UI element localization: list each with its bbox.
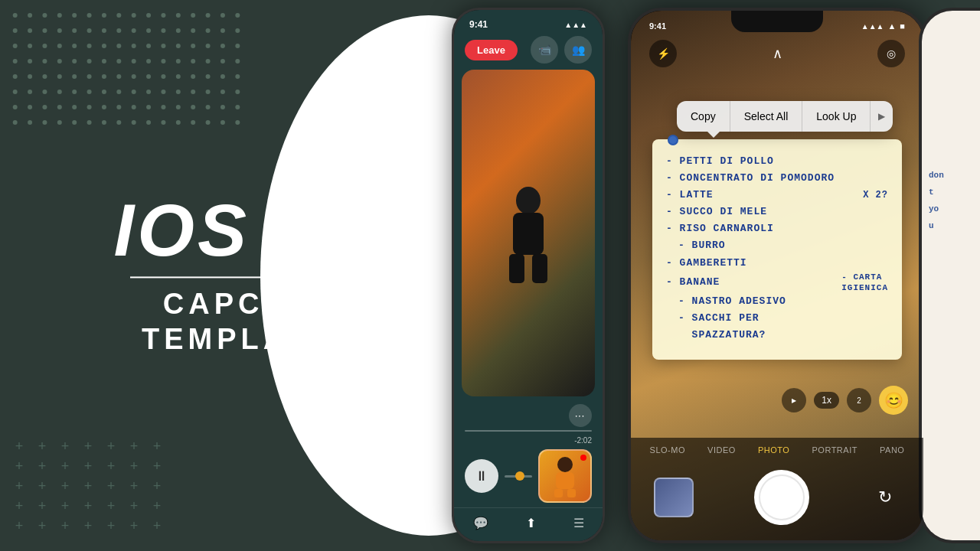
note-item-9: - CARTAIGIENICA	[841, 272, 888, 294]
note-item-8-row: - BANANE - CARTAIGIENICA	[666, 272, 888, 294]
plus-decoration: +	[77, 456, 100, 476]
plus-decoration: +	[122, 496, 145, 516]
plus-decoration: +	[77, 436, 100, 456]
plus-decoration: +	[100, 476, 122, 496]
plus-decoration: +	[122, 456, 145, 476]
flip-camera-button[interactable]: ↻	[870, 482, 900, 513]
plus-decoration: +	[122, 436, 145, 456]
svg-rect-5	[556, 472, 574, 489]
select-all-button[interactable]: Select All	[730, 101, 803, 132]
flip-icon: ↻	[878, 487, 892, 507]
left-content: IOS 16 CAPCUT TEMPLATE	[61, 194, 413, 357]
signal-icons: ▲▲▲	[564, 21, 587, 29]
phone-right-screen: 9:41 ▲▲▲ ▲ ■ ⚡ ∧ ◎ Copy Select All Look …	[631, 11, 923, 540]
controls-row: ⏸	[465, 449, 592, 503]
wifi-right: ▲	[887, 21, 896, 31]
plus-decoration: +	[145, 456, 168, 476]
recording-indicator	[580, 455, 586, 461]
plus-decoration: +	[54, 436, 77, 456]
svg-rect-3	[532, 254, 547, 283]
svg-rect-2	[509, 254, 524, 283]
plus-decoration: +	[8, 456, 31, 476]
message-nav-icon[interactable]: 💬	[473, 516, 488, 530]
shutter-button[interactable]	[754, 470, 809, 525]
flash-button[interactable]: ⚡	[649, 40, 677, 67]
home-nav-icon[interactable]: ⬆	[526, 516, 536, 530]
plus-decoration: +	[54, 476, 77, 496]
note-item-3-row: - LATTE x 2?	[666, 187, 888, 204]
person-figure	[501, 184, 555, 283]
note-item-2: - CONCENTRATO DI POMODORO	[666, 170, 888, 187]
live-btn-2[interactable]: 2	[847, 388, 871, 412]
camera-chevron-up[interactable]: ∧	[763, 40, 791, 67]
partial-note-text: dontyou	[926, 164, 980, 237]
plus-decoration: +	[77, 476, 100, 496]
context-menu: Copy Select All Look Up ▶	[677, 101, 893, 132]
scrubber[interactable]	[505, 475, 532, 478]
note-item-1: - PETTI DI POLLO	[666, 153, 888, 170]
dots-pattern	[8, 8, 245, 130]
gallery-thumbnail[interactable]	[654, 478, 694, 517]
plus-decoration: +	[54, 456, 77, 476]
menu-nav-icon[interactable]: ☰	[573, 516, 584, 530]
mode-slomo[interactable]: SLO-MO	[647, 444, 688, 456]
flash-icon: ⚡	[657, 47, 670, 60]
plus-decoration: +	[145, 436, 168, 456]
phone-right: 9:41 ▲▲▲ ▲ ■ ⚡ ∧ ◎ Copy Select All Look …	[628, 8, 926, 543]
pause-icon: ⏸	[475, 468, 488, 484]
mode-video[interactable]: VIDEO	[704, 444, 739, 456]
thumb-person	[550, 455, 580, 497]
note-item-7: - GAMBERETTI	[666, 255, 747, 272]
live-photo-button[interactable]: ◎	[877, 40, 905, 67]
plus-decoration: +	[54, 516, 77, 536]
more-options-button[interactable]: ●●●	[569, 404, 592, 427]
plus-decoration: +	[31, 456, 54, 476]
video-main	[462, 70, 595, 396]
svg-rect-7	[567, 489, 576, 497]
note-item-5: - RISO CARNAROLI	[666, 220, 888, 237]
status-bar-right: 9:41 ▲▲▲ ▲ ■	[631, 11, 923, 34]
note-item-3: - LATTE	[666, 187, 714, 204]
time-display: 9:41	[469, 19, 488, 30]
thumbnail-preview	[538, 449, 592, 503]
scrubber-handle[interactable]	[515, 471, 524, 481]
live-btn-1[interactable]: ▶	[782, 388, 806, 412]
progress-bar[interactable]	[465, 430, 592, 432]
live-photo-icon: ◎	[887, 47, 896, 60]
more-context-button[interactable]: ▶	[871, 101, 893, 132]
look-up-button[interactable]: Look Up	[802, 101, 871, 132]
signal-right: ▲▲▲	[861, 22, 884, 31]
note-item-3-qty: x 2?	[863, 187, 888, 203]
plus-decoration: +	[8, 436, 31, 456]
plus-decoration: +	[31, 436, 54, 456]
svg-point-0	[516, 187, 541, 214]
copy-button[interactable]: Copy	[677, 101, 730, 132]
plus-decoration: +	[54, 496, 77, 516]
people-button[interactable]: 👥	[564, 36, 592, 64]
plus-decoration: +	[122, 516, 145, 536]
plus-decoration: +	[100, 456, 122, 476]
plus-decoration: +	[31, 516, 54, 536]
plus-decoration: +	[145, 496, 168, 516]
emoji-button[interactable]: 😊	[879, 386, 908, 415]
mode-photo[interactable]: PHOTO	[755, 444, 792, 456]
play-pause-button[interactable]: ⏸	[465, 459, 498, 493]
plus-decoration: +	[8, 476, 31, 496]
note-card: - PETTI DI POLLO - CONCENTRATO DI POMODO…	[652, 139, 902, 360]
note-item-11: - SACCHI PER SPAZZATURA?	[666, 310, 888, 344]
chevron-up-icon: ∧	[773, 45, 782, 62]
note-pin	[668, 135, 678, 145]
bottom-nav: 💬 ⬆ ☰	[454, 507, 603, 541]
camera-bottom: SLO-MO VIDEO PHOTO PORTRAIT PANO ↻	[631, 438, 923, 540]
speed-button[interactable]: 1x	[814, 392, 839, 409]
plus-decoration: +	[100, 436, 122, 456]
leave-button[interactable]: Leave	[465, 40, 518, 60]
people-icon: 👥	[572, 44, 585, 56]
mode-portrait[interactable]: PORTRAIT	[809, 444, 861, 456]
top-icons: 📹 👥	[531, 36, 592, 64]
mode-pano[interactable]: PANO	[877, 444, 907, 456]
camera-modes: SLO-MO VIDEO PHOTO PORTRAIT PANO	[631, 438, 923, 459]
video-button[interactable]: 📹	[531, 36, 558, 64]
plus-decoration: +	[77, 496, 100, 516]
camera-live-controls: ▶ 1x 2 😊	[631, 383, 923, 418]
